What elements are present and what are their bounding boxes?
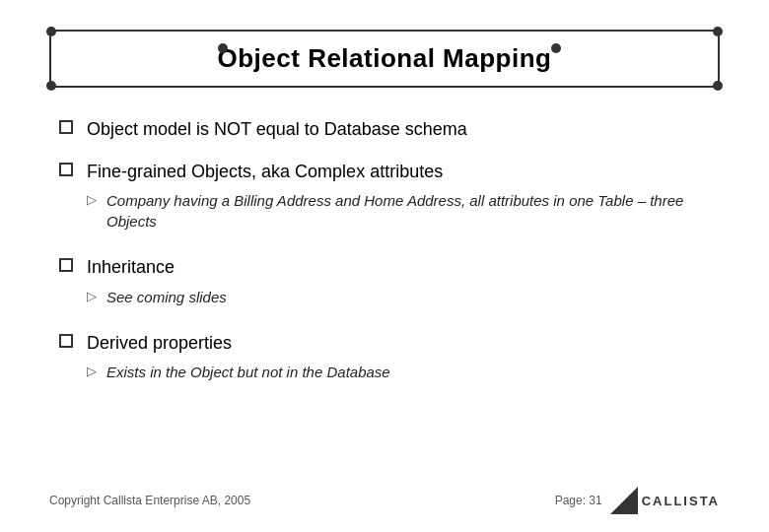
footer-right: Page: 31 CALLISTA	[555, 487, 720, 514]
svg-marker-0	[610, 487, 638, 514]
footer-copyright: Copyright Callista Enterprise AB, 2005	[49, 494, 250, 507]
slide: Object Relational Mapping Object model i…	[0, 0, 769, 532]
sub-bullet-arrow-2: ▷	[87, 289, 97, 303]
bullet-square-2	[59, 163, 73, 176]
sub-bullet-text-3: Exists in the Object but not in the Data…	[106, 362, 390, 382]
bullet-item-3: Inheritance ▷ See coming slides	[59, 255, 720, 312]
sub-bullet-text-1: Company having a Billing Address and Hom…	[106, 190, 720, 232]
sub-bullet-arrow-1: ▷	[87, 192, 97, 207]
sub-bullets-3: ▷ See coming slides	[59, 287, 227, 313]
bullet-square-4	[59, 334, 73, 348]
logo: CALLISTA	[610, 487, 720, 514]
logo-icon	[610, 487, 638, 514]
bullet-item-1: Object model is NOT equal to Database sc…	[59, 117, 720, 142]
content-area: Object model is NOT equal to Database sc…	[49, 117, 720, 388]
slide-title: Object Relational Mapping	[218, 43, 552, 73]
bullet-item-4: Derived properties ▷ Exists in the Objec…	[59, 331, 720, 388]
footer: Copyright Callista Enterprise AB, 2005 P…	[49, 487, 720, 514]
corner-br	[713, 81, 723, 91]
footer-page: Page: 31	[555, 494, 602, 507]
logo-text: CALLISTA	[642, 494, 720, 508]
corner-tl	[46, 27, 56, 36]
bullet-item-2: Fine-grained Objects, aka Complex attrib…	[59, 160, 720, 237]
bullet-text-1: Object model is NOT equal to Database sc…	[87, 117, 467, 142]
corner-tr	[713, 27, 723, 36]
sub-bullets-2: ▷ Company having a Billing Address and H…	[59, 190, 720, 237]
bullet-text-3: Inheritance	[87, 255, 175, 280]
corner-bl	[46, 81, 56, 91]
bullet-square-3	[59, 258, 73, 272]
sub-bullet-item-3: ▷ Exists in the Object but not in the Da…	[87, 362, 390, 382]
sub-bullet-item-1: ▷ Company having a Billing Address and H…	[87, 190, 720, 232]
bullet-square-1	[59, 120, 73, 134]
bullet-text-2: Fine-grained Objects, aka Complex attrib…	[87, 160, 443, 184]
sub-bullet-text-2: See coming slides	[106, 287, 227, 307]
sub-bullets-4: ▷ Exists in the Object but not in the Da…	[59, 362, 390, 388]
title-box: Object Relational Mapping	[49, 30, 720, 88]
bullet-text-4: Derived properties	[87, 331, 232, 356]
sub-bullet-item-2: ▷ See coming slides	[87, 287, 227, 307]
sub-bullet-arrow-3: ▷	[87, 364, 97, 378]
